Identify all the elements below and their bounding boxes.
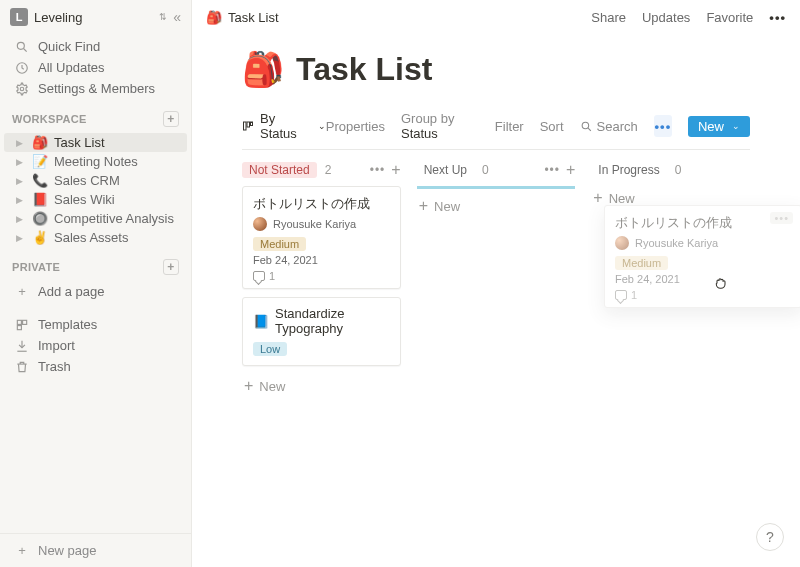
group-by-button[interactable]: Group by Status bbox=[401, 111, 479, 141]
svg-rect-4 bbox=[17, 320, 21, 324]
priority-badge: Medium bbox=[253, 237, 306, 251]
private-section-header: PRIVATE + bbox=[0, 249, 191, 279]
all-updates[interactable]: All Updates bbox=[4, 57, 187, 78]
page-label: Sales CRM bbox=[54, 173, 120, 188]
svg-rect-9 bbox=[251, 122, 253, 126]
sidebar-page-sales-crm[interactable]: ▶ 📞 Sales CRM bbox=[4, 171, 187, 190]
sidebar-page-meeting-notes[interactable]: ▶ 📝 Meeting Notes bbox=[4, 152, 187, 171]
column-not-started: Not Started 2 ••• + ボトルリストの作成 Ryousuke K… bbox=[242, 162, 401, 398]
filter-button[interactable]: Filter bbox=[495, 119, 524, 134]
updates-button[interactable]: Updates bbox=[642, 10, 690, 25]
quick-find[interactable]: Quick Find bbox=[4, 36, 187, 57]
card-title: 📘 Standardize Typography bbox=[253, 306, 390, 336]
workspace-switcher[interactable]: L Leveling ⇅ « bbox=[0, 0, 191, 34]
add-page-label: Add a page bbox=[38, 284, 105, 299]
add-private-page-button[interactable]: + bbox=[163, 259, 179, 275]
drop-indicator bbox=[417, 186, 576, 189]
sidebar-page-competitive-analysis[interactable]: ▶ 🔘 Competitive Analysis bbox=[4, 209, 187, 228]
templates-icon bbox=[14, 318, 30, 332]
grab-cursor-icon bbox=[713, 275, 729, 291]
add-page[interactable]: + Add a page bbox=[4, 281, 187, 302]
view-picker[interactable]: By Status ⌄ bbox=[242, 111, 326, 141]
workspace-section-header: WORKSPACE + bbox=[0, 101, 191, 131]
page-emoji: 📝 bbox=[32, 154, 48, 169]
caret-icon: ▶ bbox=[16, 214, 26, 224]
comment-icon bbox=[615, 290, 627, 300]
svg-line-1 bbox=[24, 48, 27, 51]
page-emoji-large[interactable]: 🎒 bbox=[242, 49, 284, 89]
avatar bbox=[615, 236, 629, 250]
column-more-button[interactable]: ••• bbox=[544, 163, 560, 177]
new-page-label: New page bbox=[38, 543, 97, 558]
page-title[interactable]: Task List bbox=[296, 51, 432, 88]
import[interactable]: Import bbox=[4, 335, 187, 356]
column-more-button[interactable]: ••• bbox=[370, 163, 386, 177]
card-assignee: Ryousuke Kariya bbox=[253, 217, 390, 231]
chevron-down-icon: ⌄ bbox=[732, 121, 740, 131]
new-card-button[interactable]: + New bbox=[242, 374, 401, 398]
sidebar-page-sales-assets[interactable]: ▶ ✌️ Sales Assets bbox=[4, 228, 187, 247]
quick-find-label: Quick Find bbox=[38, 39, 100, 54]
new-page-button[interactable]: + New page bbox=[4, 540, 187, 561]
trash-icon bbox=[14, 360, 30, 374]
card-icon: 📘 bbox=[253, 314, 269, 329]
settings-label: Settings & Members bbox=[38, 81, 155, 96]
help-button[interactable]: ? bbox=[756, 523, 784, 551]
favorite-button[interactable]: Favorite bbox=[706, 10, 753, 25]
add-workspace-page-button[interactable]: + bbox=[163, 111, 179, 127]
column-add-button[interactable]: + bbox=[391, 162, 400, 178]
page-emoji: 🎒 bbox=[32, 135, 48, 150]
search-button[interactable]: Search bbox=[580, 119, 638, 134]
trash[interactable]: Trash bbox=[4, 356, 187, 377]
caret-icon: ▶ bbox=[16, 157, 26, 167]
caret-icon: ▶ bbox=[16, 233, 26, 243]
templates-label: Templates bbox=[38, 317, 97, 332]
gear-icon bbox=[14, 82, 30, 96]
card[interactable]: 📘 Standardize Typography Low bbox=[242, 297, 401, 366]
sort-button[interactable]: Sort bbox=[540, 119, 564, 134]
sidebar-page-sales-wiki[interactable]: ▶ 📕 Sales Wiki bbox=[4, 190, 187, 209]
svg-line-11 bbox=[588, 128, 591, 131]
page-emoji: 📕 bbox=[32, 192, 48, 207]
card-comments: 1 bbox=[615, 289, 791, 301]
properties-button[interactable]: Properties bbox=[326, 119, 385, 134]
card-title: ボトルリストの作成 bbox=[615, 214, 791, 232]
search-icon bbox=[14, 40, 30, 54]
settings-members[interactable]: Settings & Members bbox=[4, 78, 187, 99]
avatar bbox=[253, 217, 267, 231]
view-more-button[interactable]: ••• bbox=[654, 115, 672, 137]
view-name: By Status bbox=[260, 111, 312, 141]
breadcrumb[interactable]: Task List bbox=[228, 10, 279, 25]
svg-rect-5 bbox=[23, 320, 27, 324]
column-count: 0 bbox=[482, 163, 489, 177]
card-assignee: Ryousuke Kariya bbox=[615, 236, 791, 250]
svg-rect-6 bbox=[17, 325, 21, 329]
column-title[interactable]: In Progress bbox=[591, 162, 666, 178]
templates[interactable]: Templates bbox=[4, 314, 187, 335]
svg-point-10 bbox=[582, 122, 589, 129]
card[interactable]: ボトルリストの作成 Ryousuke Kariya Medium Feb 24,… bbox=[242, 186, 401, 289]
svg-rect-7 bbox=[244, 122, 247, 130]
workspace-name: Leveling bbox=[34, 10, 151, 25]
plus-icon: + bbox=[244, 378, 253, 394]
svg-point-3 bbox=[20, 87, 24, 91]
new-button[interactable]: New⌄ bbox=[688, 116, 750, 137]
priority-badge: Medium bbox=[615, 256, 668, 270]
more-menu-button[interactable]: ••• bbox=[769, 10, 786, 25]
sidebar-page-task-list[interactable]: ▶ 🎒 Task List bbox=[4, 133, 187, 152]
collapse-sidebar-button[interactable]: « bbox=[173, 9, 181, 25]
page-label: Sales Wiki bbox=[54, 192, 115, 207]
page-label: Meeting Notes bbox=[54, 154, 138, 169]
page-emoji: 📞 bbox=[32, 173, 48, 188]
card-more-icon: ••• bbox=[770, 212, 793, 224]
view-toolbar: By Status ⌄ Properties Group by Status F… bbox=[242, 107, 750, 150]
comment-icon bbox=[253, 271, 265, 281]
column-title[interactable]: Not Started bbox=[242, 162, 317, 178]
page-label: Sales Assets bbox=[54, 230, 128, 245]
chevron-updown-icon: ⇅ bbox=[159, 12, 167, 22]
share-button[interactable]: Share bbox=[591, 10, 626, 25]
new-card-button[interactable]: + New bbox=[417, 194, 576, 218]
column-title[interactable]: Next Up bbox=[417, 162, 474, 178]
column-add-button[interactable]: + bbox=[566, 162, 575, 178]
column-count: 0 bbox=[675, 163, 682, 177]
